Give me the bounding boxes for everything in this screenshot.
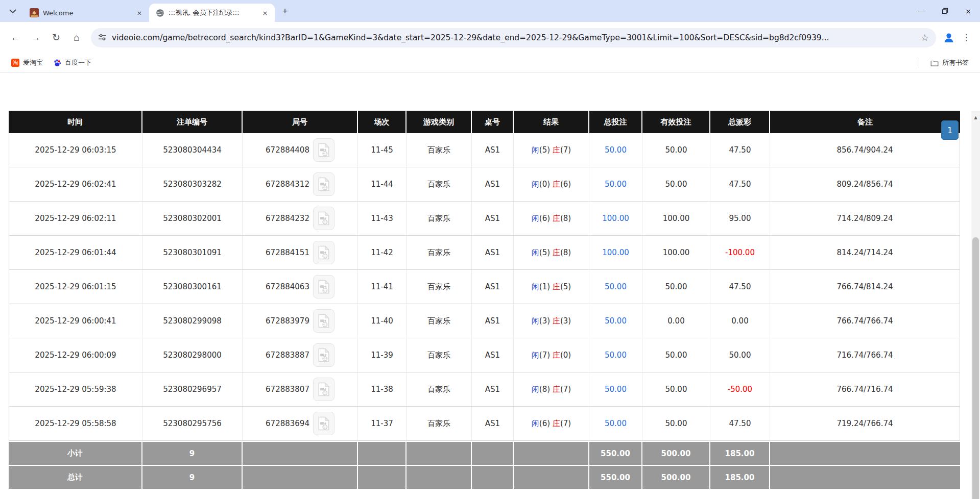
result-player-label: 闲 [532, 248, 539, 257]
total-payout: 185.00 [710, 465, 770, 489]
cell-time: 2025-12-29 06:00:09 [9, 338, 142, 372]
cell-session: 11-37 [358, 407, 407, 441]
video-replay-button[interactable] [313, 412, 334, 435]
total-bet-link[interactable]: 50.00 [605, 419, 627, 428]
column-header-1: 注单编号 [142, 111, 243, 133]
cell-payout: -100.00 [710, 236, 770, 270]
cell-total-bet: 50.00 [589, 167, 642, 202]
tab-betrecord[interactable]: :::视讯, 会员下注纪录::: × [149, 4, 275, 22]
total-bet-link[interactable]: 50.00 [605, 316, 627, 326]
round-number: 672883807 [266, 385, 309, 394]
scroll-up-arrow[interactable]: ▲ [971, 111, 980, 124]
close-button[interactable]: × [957, 0, 980, 22]
new-tab-button[interactable]: + [278, 4, 292, 18]
reload-button[interactable]: ↻ [46, 28, 66, 48]
browser-toolbar: ← → ↻ ⌂ videoie.com/game/betrecord_searc… [0, 22, 980, 53]
all-bookmarks-label: 所有书签 [942, 58, 969, 67]
total-bet-link[interactable]: 50.00 [605, 351, 627, 360]
cell-round: 672884312 [243, 167, 358, 202]
result-banker-label: 庄 [553, 351, 560, 360]
result-banker-value: (7) [560, 385, 571, 394]
cell-round: 672883887 [243, 338, 358, 372]
tab-welcome[interactable]: ♠ Welcome × [23, 4, 149, 22]
cell-valid-bet: 50.00 [642, 338, 710, 372]
home-button[interactable]: ⌂ [66, 28, 87, 48]
scrollbar-thumb[interactable] [972, 237, 979, 499]
cell-game-type: 百家乐 [407, 236, 472, 270]
video-file-icon [318, 177, 330, 191]
tab-close-icon[interactable]: × [260, 8, 270, 17]
cell-table-id: AS1 [472, 372, 514, 407]
tab-close-icon[interactable]: × [135, 8, 144, 17]
table-row: 2025-12-29 06:02:11 523080302001 6728842… [9, 202, 960, 236]
cell-total-bet: 50.00 [589, 270, 642, 304]
address-bar[interactable]: videoie.com/game/betrecord_search/kind3?… [91, 28, 936, 47]
total-label: 总计 [9, 465, 142, 489]
cell-time: 2025-12-29 06:01:44 [9, 236, 142, 270]
pagination-page-1[interactable]: 1 [941, 120, 959, 140]
video-file-icon [318, 211, 330, 226]
video-replay-button[interactable] [313, 172, 334, 196]
cell-table-id: AS1 [472, 167, 514, 202]
browser-menu-button[interactable]: ⋮ [958, 29, 975, 46]
video-replay-button[interactable] [313, 138, 334, 162]
total-bet-link[interactable]: 50.00 [605, 385, 627, 394]
url-text[interactable]: videoie.com/game/betrecord_search/kind3?… [112, 33, 916, 42]
cell-valid-bet: 50.00 [642, 270, 710, 304]
profile-avatar[interactable] [940, 29, 958, 46]
column-header-4: 游戏类别 [407, 111, 472, 133]
result-player-label: 闲 [532, 282, 539, 291]
total-bet-link[interactable]: 50.00 [605, 282, 627, 291]
result-player-value: (3) [539, 316, 553, 326]
cell-round: 672883979 [243, 304, 358, 338]
total-count: 9 [142, 465, 243, 489]
result-player-value: (6) [539, 214, 553, 223]
all-bookmarks-button[interactable]: 所有书签 [926, 56, 973, 69]
video-file-icon [318, 382, 330, 396]
cell-round: 672884063 [243, 270, 358, 304]
result-banker-value: (8) [560, 248, 571, 257]
cell-payout: 50.00 [710, 338, 770, 372]
cell-table-id: AS1 [472, 133, 514, 167]
person-icon [942, 31, 955, 44]
back-button[interactable]: ← [5, 28, 26, 48]
video-replay-button[interactable] [313, 207, 334, 230]
cell-payout: 47.50 [710, 133, 770, 167]
cell-note: 809.24/856.74 [770, 167, 960, 202]
cell-game-type: 百家乐 [407, 304, 472, 338]
table-row: 2025-12-29 05:59:38 523080296957 6728838… [9, 372, 960, 407]
round-number: 672884151 [266, 248, 309, 257]
total-bet-link[interactable]: 50.00 [605, 145, 627, 155]
cell-table-id: AS1 [472, 338, 514, 372]
vertical-scrollbar[interactable]: ▲ [971, 111, 980, 499]
forward-button[interactable]: → [26, 28, 46, 48]
cell-game-type: 百家乐 [407, 202, 472, 236]
video-replay-button[interactable] [313, 241, 334, 264]
video-replay-button[interactable] [313, 275, 334, 298]
bookmark-aitaobao[interactable]: 淘 爱淘宝 [7, 56, 47, 69]
cell-result: 闲(6) 庄(8) [514, 202, 589, 236]
video-replay-button[interactable] [313, 378, 334, 401]
restore-button[interactable] [933, 0, 957, 22]
cell-total-bet: 100.00 [589, 236, 642, 270]
cell-bet-id: 523080301091 [142, 236, 243, 270]
cell-note: 766.74/814.24 [770, 270, 960, 304]
cell-note: 714.24/809.24 [770, 202, 960, 236]
video-replay-button[interactable] [313, 309, 334, 333]
cell-session: 11-43 [358, 202, 407, 236]
result-player-label: 闲 [532, 316, 539, 326]
bookmark-star-icon[interactable]: ☆ [921, 32, 929, 43]
site-settings-icon[interactable] [98, 33, 107, 42]
cell-note: 766.74/766.74 [770, 304, 960, 338]
tab-strip: ♠ Welcome × :::视讯, 会员下注纪录::: × + — × [0, 0, 980, 22]
result-banker-value: (7) [560, 145, 571, 155]
total-bet-link[interactable]: 50.00 [605, 180, 627, 189]
total-bet-link[interactable]: 100.00 [602, 248, 629, 257]
bookmark-baidu[interactable]: 百度一下 [49, 56, 95, 69]
total-bet-link[interactable]: 100.00 [602, 214, 629, 223]
minimize-button[interactable]: — [910, 0, 933, 22]
cell-round: 672883807 [243, 372, 358, 407]
cell-valid-bet: 50.00 [642, 133, 710, 167]
tab-search-button[interactable] [5, 4, 20, 19]
video-replay-button[interactable] [313, 343, 334, 367]
